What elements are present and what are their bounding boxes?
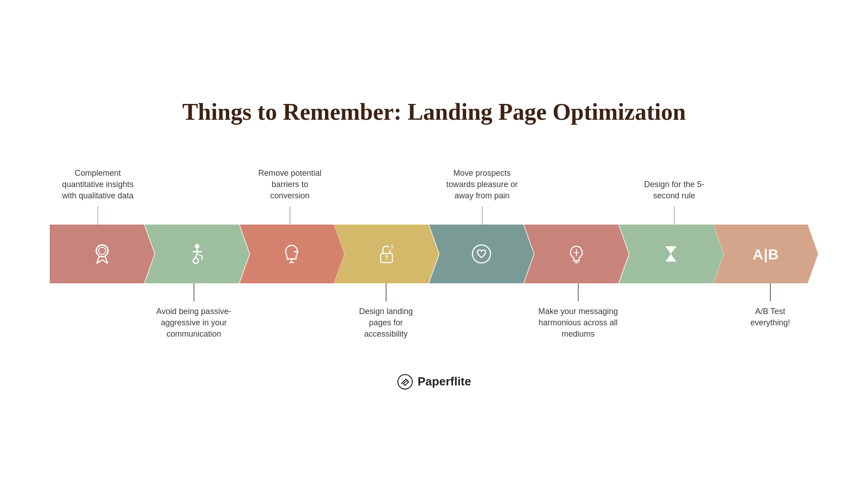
top-labels-row: Complementquantitative insightswith qual… [50,152,818,206]
segment-8: A|B [713,225,818,283]
bottom-label-slot-8: A/B Testeverything! [722,306,819,328]
connector-slot-4 [338,206,434,225]
bottom-label-4: Design landingpages foraccessibility [359,306,413,340]
connector-slot-1 [50,206,146,225]
svg-marker-0 [50,225,155,283]
svg-marker-7 [145,225,250,283]
top-label-7: Design for the 5-second rule [644,179,704,202]
label-slot-3: Remove potentialbarriers toconversion [242,168,338,202]
arrow-banner: ? ? [50,225,818,283]
bottom-connector-slot-1 [50,283,146,301]
bottom-connector-line-4 [386,283,387,301]
brand-name: Paperflite [418,375,472,389]
bottom-connector-slot-7 [626,283,722,301]
bottom-label-8: A/B Testeverything! [750,306,790,328]
bottom-label-2: Avoid being passive-aggressive in yourco… [156,306,231,340]
main-container: Things to Remember: Landing Page Optimiz… [50,99,818,390]
label-slot-5: Move prospectstowards pleasure oraway fr… [434,168,530,202]
connector-slot-3 [242,206,338,225]
bottom-label-slot-2: Avoid being passive-aggressive in yourco… [146,306,242,340]
label-slot-1: Complementquantitative insightswith qual… [50,168,146,202]
svg-marker-37 [713,225,818,283]
connector-slot-5 [434,206,530,225]
bottom-label-slot-4: Design landingpages foraccessibility [338,306,434,340]
top-label-1: Complementquantitative insightswith qual… [62,168,133,202]
segment-2 [145,225,250,283]
svg-marker-20 [334,225,439,283]
connector-slot-6 [530,206,627,225]
bottom-connector-slot-6 [530,283,627,301]
bottom-connector-slot-4 [338,283,434,301]
segment-1 [50,225,155,283]
bottom-connector-slot-5 [434,283,530,301]
segment-5 [429,225,534,283]
top-label-3: Remove potentialbarriers toconversion [258,168,321,202]
svg-marker-27 [524,225,629,283]
diagram-area: Complementquantitative insightswith qual… [50,152,818,356]
svg-marker-32 [619,225,724,283]
connector-slot-8 [722,206,819,225]
connector-line-1 [98,206,99,225]
branding: Paperflite [397,374,472,390]
connector-line-5 [482,206,483,225]
top-label-5: Move prospectstowards pleasure oraway fr… [446,168,518,202]
connector-slot-7 [626,206,722,225]
bottom-connector-slot-3 [242,283,338,301]
connector-line-7 [674,206,675,225]
bottom-connectors-row [50,283,818,301]
svg-marker-25 [429,225,534,283]
label-slot-7: Design for the 5-second rule [626,179,722,202]
svg-marker-15 [240,225,344,283]
segment-7 [619,225,724,283]
bottom-connector-line-6 [578,283,579,301]
bottom-connector-slot-2 [146,283,242,301]
bottom-labels-row: Avoid being passive-aggressive in yourco… [50,301,818,356]
bottom-connector-slot-8 [722,283,819,301]
bottom-label-slot-6: Make your messagingharmonious across all… [530,306,627,340]
segment-4: ? ? [334,225,439,283]
connector-line-3 [290,206,291,225]
top-connectors-row [50,206,818,225]
page-title: Things to Remember: Landing Page Optimiz… [182,99,686,125]
bottom-connector-line-2 [193,283,194,301]
connector-slot-2 [146,206,242,225]
bottom-connector-line-8 [770,283,771,301]
bottom-label-6: Make your messagingharmonious across all… [538,306,618,340]
segment-6 [524,225,629,283]
paperflite-logo-icon [397,374,413,390]
segment-3 [240,225,344,283]
